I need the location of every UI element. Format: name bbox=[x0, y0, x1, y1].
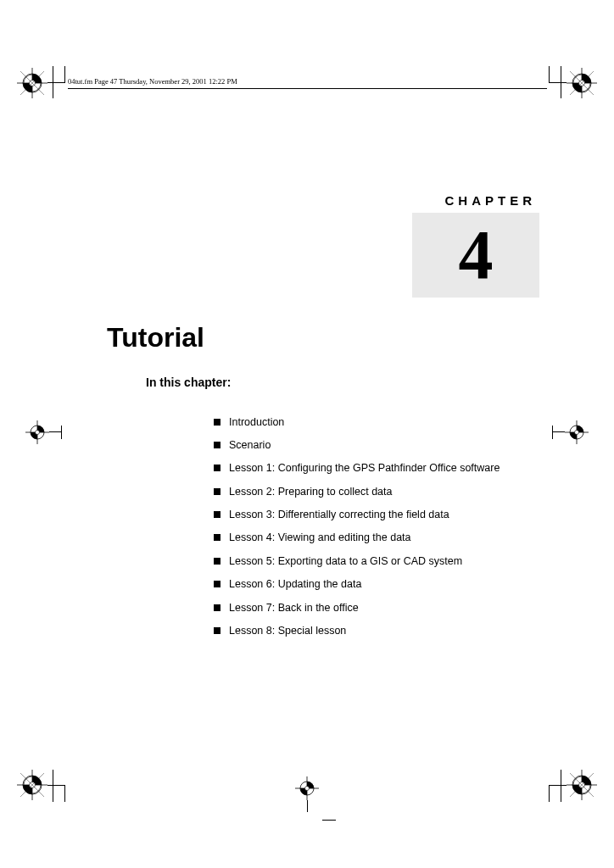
crop-mark bbox=[47, 785, 64, 786]
registration-mark-icon bbox=[560, 415, 594, 449]
crop-mark bbox=[553, 431, 565, 432]
registration-mark-icon bbox=[15, 768, 49, 802]
crop-mark bbox=[53, 770, 53, 802]
list-item: Lesson 7: Back in the office bbox=[214, 602, 500, 614]
list-item: Lesson 4: Viewing and editing the data bbox=[214, 531, 500, 543]
chapter-label: CHAPTER bbox=[412, 193, 539, 208]
list-item: Introduction bbox=[214, 416, 500, 428]
chapter-contents-list: Introduction Scenario Lesson 1: Configur… bbox=[180, 416, 500, 648]
section-heading: In this chapter: bbox=[146, 376, 231, 389]
list-item: Lesson 2: Preparing to collect data bbox=[214, 486, 500, 498]
list-item: Scenario bbox=[214, 439, 500, 451]
chapter-number-box: 4 bbox=[412, 213, 539, 298]
list-item: Lesson 3: Differentially correcting the … bbox=[214, 509, 500, 520]
header-stamp: 04tut.fm Page 47 Thursday, November 29, … bbox=[68, 77, 547, 89]
crop-mark bbox=[53, 66, 53, 98]
crop-mark bbox=[64, 66, 65, 83]
page-title: Tutorial bbox=[107, 322, 204, 353]
list-item: Lesson 6: Updating the data bbox=[214, 578, 500, 590]
crop-mark bbox=[47, 82, 64, 83]
crop-mark bbox=[550, 785, 567, 786]
crop-mark bbox=[552, 426, 553, 439]
chapter-block: CHAPTER 4 bbox=[412, 193, 539, 298]
registration-mark-icon bbox=[15, 66, 49, 100]
crop-mark bbox=[550, 82, 567, 83]
crop-mark bbox=[64, 785, 65, 802]
list-item: Lesson 5: Exporting data to a GIS or CAD… bbox=[214, 555, 500, 567]
crop-mark bbox=[561, 770, 561, 802]
crop-mark bbox=[322, 820, 336, 821]
crop-mark bbox=[61, 426, 62, 439]
registration-mark-icon bbox=[20, 415, 54, 449]
registration-mark-icon bbox=[565, 66, 599, 100]
chapter-number: 4 bbox=[459, 220, 494, 290]
list-item: Lesson 1: Configuring the GPS Pathfinder… bbox=[214, 462, 500, 474]
crop-mark bbox=[561, 66, 561, 98]
crop-mark bbox=[307, 800, 308, 812]
crop-mark bbox=[549, 66, 550, 83]
crop-mark bbox=[549, 785, 550, 802]
registration-mark-icon bbox=[565, 768, 599, 802]
crop-mark bbox=[49, 431, 61, 432]
list-item: Lesson 8: Special lesson bbox=[214, 625, 500, 637]
